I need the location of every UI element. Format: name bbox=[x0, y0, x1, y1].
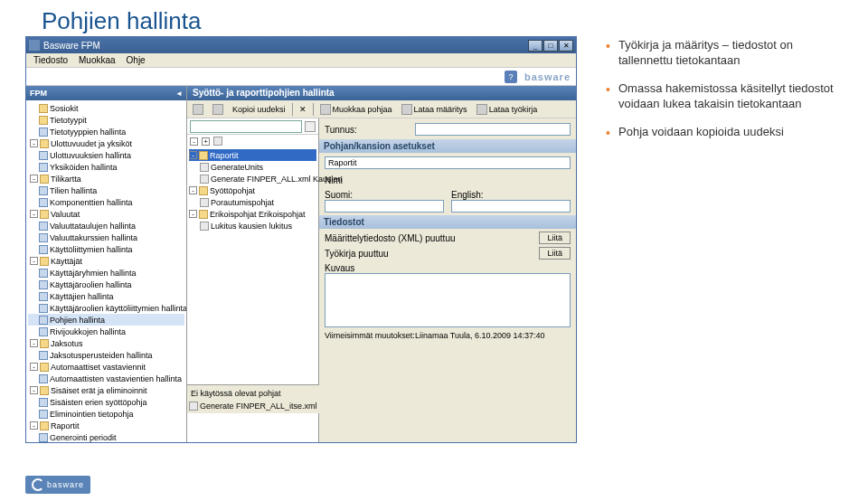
form-area: Tunnus: Pohjan/kansion asetukset Raporti… bbox=[319, 118, 576, 442]
nav-item[interactable]: Tietotyyppien hallinta bbox=[28, 126, 184, 137]
titlebar: Basware FPM _ □ ✕ bbox=[26, 37, 576, 53]
left-panel-title: FPM bbox=[30, 89, 47, 98]
maximize-button[interactable]: □ bbox=[543, 40, 558, 52]
slide-bullets: Työkirja ja määritys – tiedostot on tall… bbox=[606, 38, 841, 152]
close-button[interactable]: ✕ bbox=[559, 40, 573, 52]
template-tree: -RaportitGenerateUnitsGenerate FINPER_AL… bbox=[187, 147, 318, 233]
nav-item[interactable]: Käyttäjäryhmien hallinta bbox=[28, 267, 184, 279]
modified-label: Viimeisimmät muutokset: bbox=[325, 331, 415, 340]
xml-file-label: Määrittelytiedosto (XML) puuttuu bbox=[325, 233, 539, 243]
right-panel-header: Syöttö- ja raporttipohjien hallinta bbox=[187, 86, 576, 100]
nav-item[interactable]: Automaattisten vastavientien hallinta bbox=[28, 373, 184, 384]
nav-item[interactable]: Jaksotusperusteiden hallinta bbox=[28, 349, 184, 361]
menu-ohje[interactable]: Ohje bbox=[121, 55, 151, 65]
template-tree-item[interactable]: Lukitus kausien lukitus bbox=[189, 220, 316, 232]
collapse-icon[interactable]: ◄ bbox=[175, 90, 183, 98]
footer-logo: basware bbox=[25, 476, 90, 494]
nav-item[interactable]: Ulottuvuuksien hallinta bbox=[28, 149, 184, 161]
english-label: English: bbox=[451, 190, 571, 200]
suomi-label: Suomi: bbox=[325, 190, 444, 200]
tb-folder-icon[interactable] bbox=[210, 103, 226, 116]
nav-item[interactable]: Sosiokit bbox=[28, 102, 184, 114]
modified-value: Liinamaa Tuula, 6.10.2009 14:37:40 bbox=[415, 331, 545, 340]
kuvaus-label: Kuvaus bbox=[325, 263, 571, 273]
unused-item[interactable]: Generate FINPER_ALL_itse.xml bbox=[189, 400, 317, 411]
nav-item[interactable]: Käyttäjien hallinta bbox=[28, 290, 184, 302]
kansion-nimi-input[interactable]: Raportit bbox=[325, 156, 571, 169]
english-input[interactable] bbox=[451, 200, 571, 213]
app-icon bbox=[29, 40, 40, 51]
right-panel: Syöttö- ja raporttipohjien hallinta Kopi… bbox=[187, 86, 576, 442]
nav-item[interactable]: Käyttäjäroolien hallinta bbox=[28, 279, 184, 290]
nav-item[interactable]: -Valuutat bbox=[28, 208, 184, 220]
template-tree-panel: - + -RaportitGenerateUnitsGenerate FINPE… bbox=[187, 118, 319, 442]
nav-item[interactable]: Valuuttakurssien hallinta bbox=[28, 232, 184, 243]
tyokirja-file-label: Työkirja puuttuu bbox=[325, 249, 539, 259]
bullet-1: Työkirja ja määritys – tiedostot on tall… bbox=[606, 38, 841, 69]
nav-item[interactable]: Rivijoukkojen hallinta bbox=[28, 326, 184, 337]
kuvaus-textarea[interactable] bbox=[325, 273, 571, 327]
brandbar: ? basware bbox=[26, 68, 576, 86]
nav-item[interactable]: Komponenttien hallinta bbox=[28, 196, 184, 208]
delete-button[interactable]: ✕ bbox=[297, 104, 309, 115]
nav-item[interactable]: Käyttäjäroolien käyttöliittymien hallint… bbox=[28, 302, 184, 314]
bullet-2: Omassa hakemistossa käsitellyt tiedostot… bbox=[606, 81, 841, 112]
nav-item[interactable]: Käyttöliittymien hallinta bbox=[28, 243, 184, 255]
titlebar-text: Basware FPM bbox=[43, 41, 528, 51]
menubar: Tiedosto Muokkaa Ohje bbox=[26, 53, 576, 68]
nav-tree: SosiokitTietotyypitTietotyyppien hallint… bbox=[26, 100, 186, 442]
filter-icon[interactable] bbox=[213, 137, 222, 146]
left-nav-panel: FPM ◄ SosiokitTietotyypitTietotyyppien h… bbox=[26, 86, 187, 442]
nav-item[interactable]: Generointi periodit bbox=[28, 431, 184, 442]
section-tiedostot: Tiedostot bbox=[319, 215, 576, 229]
template-tree-item[interactable]: -Erikoispohjat Erikoispohjat bbox=[189, 208, 316, 220]
liita-xml-button[interactable]: Liitä bbox=[539, 232, 571, 244]
template-tree-item[interactable]: -Raportit bbox=[189, 149, 316, 161]
bullet-3: Pohja voidaan kopioida uudeksi bbox=[606, 125, 841, 140]
app-window: Basware FPM _ □ ✕ Tiedosto Muokkaa Ohje … bbox=[25, 36, 577, 443]
template-tree-item[interactable]: -Syöttöpohjat bbox=[189, 184, 316, 196]
template-tree-item[interactable]: GenerateUnits bbox=[189, 161, 316, 173]
nav-item[interactable]: -Sisäiset erät ja eliminoinnit bbox=[28, 384, 184, 396]
minimize-button[interactable]: _ bbox=[528, 40, 542, 52]
kopioi-uudeksi-button[interactable]: Kopioi uudeksi bbox=[230, 104, 288, 115]
nav-item[interactable]: Yksiköiden hallinta bbox=[28, 161, 184, 173]
nav-item[interactable]: -Jaksotus bbox=[28, 337, 184, 349]
nav-item[interactable]: Tietotyypit bbox=[28, 114, 184, 126]
nav-item[interactable]: Valuuttataulujen hallinta bbox=[28, 220, 184, 232]
brand-logo: basware bbox=[524, 71, 571, 82]
template-tree-item[interactable]: Porautumispohjat bbox=[189, 196, 316, 208]
nav-item[interactable]: -Ulottuvuudet ja yksiköt bbox=[28, 137, 184, 149]
left-panel-header: FPM ◄ bbox=[26, 86, 186, 100]
lataa-tyokirja-button[interactable]: Lataa työkirja bbox=[474, 103, 541, 116]
slide-title: Pohjien hallinta bbox=[0, 0, 868, 35]
help-icon[interactable]: ? bbox=[505, 71, 517, 83]
search-input[interactable] bbox=[190, 120, 302, 133]
nav-item[interactable]: -Tilikartta bbox=[28, 173, 184, 184]
unused-header: Ei käytössä olevat pohjat bbox=[189, 387, 317, 400]
unused-templates-section: Ei käytössä olevat pohjat Generate FINPE… bbox=[187, 384, 319, 413]
tunnus-label: Tunnus: bbox=[325, 125, 415, 135]
nav-item[interactable]: Pohjien hallinta bbox=[28, 314, 184, 326]
menu-tiedosto[interactable]: Tiedosto bbox=[28, 55, 73, 65]
tunnus-input[interactable] bbox=[415, 123, 571, 136]
liita-tyokirja-button[interactable]: Liitä bbox=[539, 247, 571, 260]
toolbar: Kopioi uudeksi ✕ Muokkaa pohjaa Lataa mä… bbox=[187, 100, 576, 118]
section-pohjan-asetukset: Pohjan/kansion asetukset bbox=[319, 139, 576, 153]
suomi-input[interactable] bbox=[325, 200, 444, 213]
nav-item[interactable]: Tilien hallinta bbox=[28, 184, 184, 196]
muokkaa-pohjaa-button[interactable]: Muokkaa pohjaa bbox=[317, 103, 395, 116]
nav-item[interactable]: Sisäisten erien syöttöpohja bbox=[28, 396, 184, 408]
template-tree-item[interactable]: Generate FINPER_ALL.xml Kausien bbox=[189, 173, 316, 184]
lataa-maaritys-button[interactable]: Lataa määritys bbox=[399, 103, 470, 116]
expand-all-icon[interactable]: + bbox=[202, 137, 210, 146]
menu-muokkaa[interactable]: Muokkaa bbox=[73, 55, 121, 65]
nav-item[interactable]: -Automaattiset vastaviennit bbox=[28, 361, 184, 373]
nav-item[interactable]: -Käyttäjät bbox=[28, 255, 184, 267]
nav-item[interactable]: Eliminointien tietopohja bbox=[28, 408, 184, 420]
tb-new-icon[interactable] bbox=[190, 103, 206, 116]
search-icon[interactable] bbox=[305, 121, 316, 132]
collapse-all-icon[interactable]: - bbox=[190, 137, 198, 146]
nav-item[interactable]: -Raportit bbox=[28, 420, 184, 431]
